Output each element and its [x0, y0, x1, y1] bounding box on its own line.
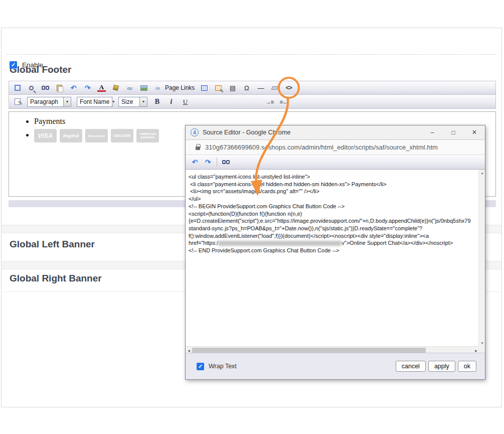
close-button[interactable]: ×: [464, 125, 485, 139]
redacted-text: [218, 241, 342, 246]
scroll-down-arrow[interactable]: ▼: [479, 340, 485, 346]
enable-label: Enable: [22, 61, 43, 69]
wrap-text-row: ✓ Wrap Text: [197, 363, 396, 370]
redo-icon[interactable]: ↷: [204, 158, 212, 167]
address-bar: 310g67366699609.s4shops.com/admin/html_e…: [186, 140, 485, 155]
source-editor-toolbar: ↶↷: [186, 155, 485, 170]
edit-html-icon[interactable]: ✎: [13, 97, 22, 106]
horizontal-scrollbar[interactable]: ◀ ▶: [186, 346, 479, 353]
toolbar-row-2: ✎Paragraph▾Font Name▾Size▾BiU→≡≡←: [9, 95, 496, 109]
card-visa: VISA: [34, 129, 57, 142]
chevron-down-icon[interactable]: ▾: [112, 97, 114, 106]
scroll-up-arrow[interactable]: ▲: [479, 170, 485, 176]
chevron-down-icon[interactable]: ▾: [63, 97, 71, 106]
payment-cards-row: VISAPayPalMasterCardDISCOVERAMERICAN EXP…: [34, 129, 159, 142]
payments-text: Payments: [34, 117, 65, 125]
insert-table-icon[interactable]: [200, 84, 209, 92]
source-code-icon[interactable]: <>: [284, 84, 293, 92]
unordered-list-icon[interactable]: [251, 97, 260, 106]
source-code-editor[interactable]: <ul class="payment-icons list-unstyled l…: [186, 170, 478, 346]
apply-button[interactable]: apply: [428, 361, 455, 372]
page-links-label: Page Links: [165, 84, 195, 91]
code-line: f():window.addEventListener("load",f)})(…: [189, 232, 477, 240]
code-line: <script>(function(D){function f(){functi…: [189, 210, 477, 218]
card-mastercard: MasterCard: [85, 129, 108, 142]
source-editor-window: 4 Source Editor - Google Chrome – □ × 31…: [185, 125, 485, 380]
bold-icon[interactable]: B: [153, 97, 161, 106]
find-icon[interactable]: [222, 158, 230, 167]
italic-icon[interactable]: i: [167, 97, 176, 106]
code-line: <li class="payment-icons-label hidden-md…: [189, 181, 477, 188]
paste-icon[interactable]: [55, 84, 64, 92]
global-right-banner-title: Global Right Banner: [10, 273, 102, 284]
insert-link-icon[interactable]: ∞: [125, 84, 134, 92]
page-links-icon[interactable]: ∞: [153, 84, 162, 92]
eraser-icon[interactable]: [270, 84, 279, 92]
ordered-list-icon[interactable]: [237, 97, 246, 106]
minimize-button[interactable]: –: [422, 125, 443, 139]
window-title: Source Editor - Google Chrome: [203, 129, 422, 136]
align-center-icon[interactable]: [209, 97, 218, 106]
ok-button[interactable]: ok: [458, 361, 476, 372]
outdent-icon[interactable]: ≡←: [279, 97, 288, 106]
preview-icon[interactable]: [27, 84, 36, 92]
font-name-select[interactable]: Font Name▾: [77, 97, 113, 107]
scrollbar-corner: [478, 346, 485, 353]
code-line: <li><img src="assets/images/cards.png" a…: [189, 188, 477, 195]
code-line: <!-- BEGIN ProvideSupport.com Graphics C…: [189, 203, 477, 210]
table-properties-icon[interactable]: ✎: [214, 84, 223, 92]
card-discover: DISCOVER: [111, 129, 133, 142]
horizontal-rule-icon[interactable]: —: [256, 84, 265, 92]
dashed-divider: [7, 54, 496, 55]
enable-row: ✓ Enable: [10, 61, 43, 69]
lock-icon: [196, 147, 200, 150]
code-line: {e=D.createElement("script");e.src="http…: [189, 217, 477, 225]
insert-field-icon[interactable]: ▤: [228, 84, 237, 92]
scrollbar-thumb[interactable]: [192, 348, 426, 353]
paragraph-select[interactable]: Paragraph▾: [27, 97, 71, 107]
vertical-scrollbar[interactable]: ▲ ▼: [478, 170, 485, 346]
wrap-text-label: Wrap Text: [209, 363, 237, 370]
indent-icon[interactable]: →≡: [265, 97, 274, 106]
global-left-banner-title: Global Left Banner: [10, 239, 95, 250]
undo-icon[interactable]: ↶: [69, 84, 78, 92]
font-color-icon[interactable]: A: [97, 84, 106, 92]
code-line: standard-sync.js?ps_h=POAB&ps_t="+Date.n…: [189, 225, 477, 232]
code-line: <ul class="payment-icons list-unstyled l…: [189, 173, 477, 181]
redo-icon[interactable]: ↷: [83, 84, 92, 92]
popup-footer: ✓ Wrap Text cancel apply ok: [186, 353, 485, 379]
code-line: </ul>: [189, 195, 477, 203]
code-line: <!-- END ProvideSupport.com Graphics Cha…: [189, 247, 477, 254]
chevron-down-icon[interactable]: ▾: [139, 97, 147, 106]
fullscreen-icon[interactable]: [13, 84, 22, 92]
special-character-icon[interactable]: Ω: [242, 84, 251, 92]
code-line: href="https:/v">Online Support Chat</a><…: [189, 239, 477, 247]
window-titlebar[interactable]: 4 Source Editor - Google Chrome – □ ×: [186, 125, 485, 140]
card-amex: AMERICAN EXPRESS: [136, 129, 159, 142]
undo-icon[interactable]: ↶: [191, 158, 199, 167]
card-paypal: PayPal: [60, 129, 82, 142]
toolbar-row-1: ↶↷A∞∞Page Links✎▤Ω—<>: [9, 81, 496, 95]
page-url: 310g67366699609.s4shops.com/admin/html_e…: [205, 143, 438, 151]
editor-toolbar: ↶↷A∞∞Page Links✎▤Ω—<> ✎Paragraph▾Font Na…: [9, 81, 496, 109]
size-select[interactable]: Size▾: [118, 97, 147, 107]
underline-icon[interactable]: U: [181, 97, 190, 106]
align-left-icon[interactable]: [195, 97, 204, 106]
site-favicon: 4: [191, 128, 199, 136]
cancel-button[interactable]: cancel: [396, 361, 426, 372]
enable-checkbox[interactable]: ✓: [10, 61, 17, 69]
separator: [217, 158, 217, 167]
find-icon[interactable]: [41, 84, 50, 92]
wrap-text-checkbox[interactable]: ✓: [197, 363, 204, 370]
highlight-icon[interactable]: [111, 84, 120, 92]
align-right-icon[interactable]: [223, 97, 232, 106]
maximize-button[interactable]: □: [443, 125, 464, 139]
insert-image-icon[interactable]: [139, 84, 148, 92]
